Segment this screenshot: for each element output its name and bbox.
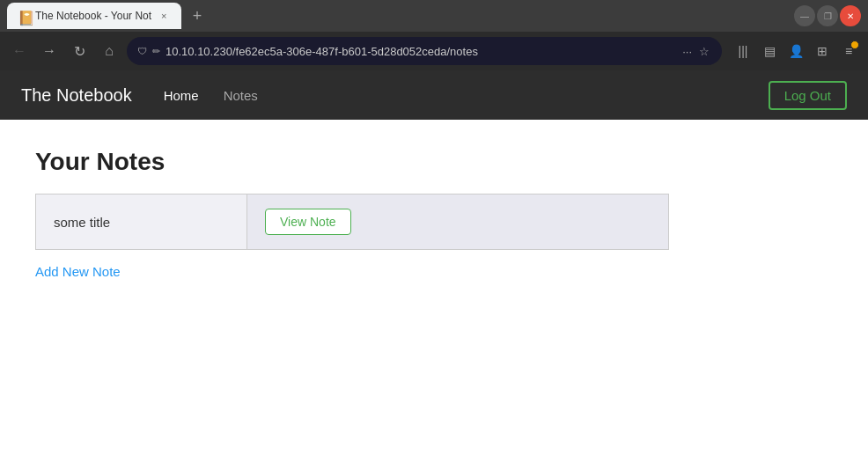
url-edit-icon: ✏ [152, 46, 160, 57]
account-icon[interactable]: 👤 [783, 39, 808, 63]
table-row: some title View Note [36, 194, 669, 250]
active-tab[interactable]: 📔 The Notebook - Your Not × [7, 3, 181, 29]
page-title: Your Notes [35, 148, 833, 176]
forward-button[interactable]: → [37, 39, 62, 63]
minimize-button[interactable]: — [794, 5, 815, 26]
window-controls: — ❐ ✕ [794, 5, 861, 26]
bookmark-icon[interactable]: ☆ [697, 43, 711, 60]
toolbar-icons: ||| ▤ 👤 ⊞ ≡ [731, 39, 861, 63]
app-brand: The Notebook [21, 85, 132, 106]
note-title-cell: some title [36, 194, 247, 250]
note-actions-cell: View Note [247, 194, 669, 250]
address-bar: ← → ↻ ⌂ 🛡 ✏ ··· ☆ ||| ▤ 👤 ⊞ ≡ [0, 32, 868, 70]
url-input[interactable] [166, 45, 675, 58]
more-options-button[interactable]: ··· [680, 43, 694, 60]
back-button[interactable]: ← [7, 39, 32, 63]
view-note-button[interactable]: View Note [265, 209, 351, 235]
security-icon: 🛡 [137, 46, 147, 56]
browser-chrome: 📔 The Notebook - Your Not × + — ❐ ✕ ← → … [0, 0, 868, 70]
navbar-right: Log Out [769, 81, 847, 110]
extensions-icon[interactable]: ⊞ [810, 39, 835, 63]
add-new-note-link[interactable]: Add New Note [35, 264, 121, 279]
tab-title: The Notebook - Your Not [35, 10, 151, 22]
library-icon[interactable]: ||| [731, 39, 755, 63]
url-actions: ··· ☆ [680, 43, 711, 60]
nav-link-home[interactable]: Home [153, 81, 210, 110]
main-content: Your Notes some title View Note Add New … [0, 120, 868, 308]
tab-favicon: 📔 [18, 10, 30, 22]
notifications-icon[interactable]: ≡ [836, 39, 861, 63]
logout-button[interactable]: Log Out [769, 81, 847, 110]
home-button[interactable]: ⌂ [97, 39, 121, 63]
nav-links: Home Notes [153, 81, 268, 110]
reader-icon[interactable]: ▤ [757, 39, 782, 63]
nav-link-notes[interactable]: Notes [213, 81, 268, 110]
notes-table: some title View Note [35, 194, 669, 250]
url-bar-container: 🛡 ✏ ··· ☆ [127, 37, 722, 65]
tab-close-button[interactable]: × [157, 9, 171, 23]
tab-bar: 📔 The Notebook - Your Not × + — ❐ ✕ [0, 0, 868, 32]
app-navbar: The Notebook Home Notes Log Out [0, 70, 868, 120]
close-button[interactable]: ✕ [840, 5, 861, 26]
refresh-button[interactable]: ↻ [67, 39, 92, 63]
restore-button[interactable]: ❐ [817, 5, 838, 26]
new-tab-button[interactable]: + [185, 4, 210, 28]
